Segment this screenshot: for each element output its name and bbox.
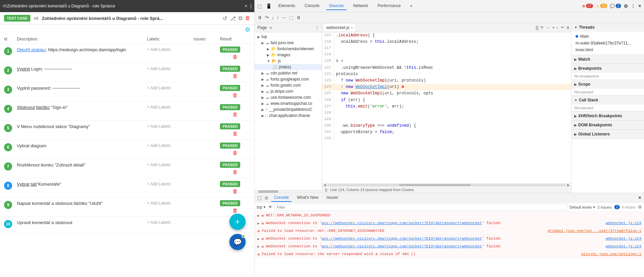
- console-menu-icon[interactable]: ⬚: [257, 195, 262, 201]
- step-icon[interactable]: →: [282, 15, 286, 20]
- page-label[interactable]: Page: [257, 25, 267, 30]
- thread-item-outer[interactable]: m-outer-93afeeb17bc37e711...: [574, 40, 641, 47]
- code-tab-websocket[interactable]: websocket.js ×: [324, 24, 356, 31]
- row-delete-button[interactable]: 🗑: [220, 188, 250, 194]
- add-labels-button[interactable]: + Add Labels: [147, 143, 191, 148]
- delete-button[interactable]: 🗑: [245, 15, 250, 21]
- tab-issues[interactable]: Issues: [324, 194, 341, 202]
- console-filter-input[interactable]: [275, 204, 568, 211]
- threads-header[interactable]: ▼ Threads: [571, 23, 644, 32]
- row-delete-button[interactable]: 🗑: [220, 92, 250, 98]
- tree-item-cloud-fast[interactable]: ▶ ☁ fast.juno.one: [255, 40, 322, 46]
- tree-item-images[interactable]: ▶ 📁 images: [255, 52, 322, 58]
- tree-item-chat-iframe[interactable]: ▶ □ chat-application-iframe: [255, 113, 322, 119]
- tab-more[interactable]: »: [408, 2, 415, 10]
- console-context-select[interactable]: top ▼: [257, 205, 266, 210]
- sources-menu-icon[interactable]: ⋮: [315, 25, 319, 30]
- source-link[interactable]: prodapi.juno.one/not...user/3?read=false…: [548, 229, 641, 233]
- add-labels-button[interactable]: + Add Labels: [147, 200, 191, 206]
- add-to-watch-icon[interactable]: +→: [552, 25, 559, 30]
- chat-fab[interactable]: 💬: [229, 234, 246, 250]
- tree-item-fontawesome[interactable]: ▶ ☁ use.fontawesome.com: [255, 94, 322, 100]
- add-step-fab[interactable]: +: [229, 214, 246, 230]
- sync-icon[interactable]: →: [545, 25, 550, 30]
- row-delete-button[interactable]: 🗑: [220, 73, 250, 79]
- global-header[interactable]: ▶ Global Listeners: [571, 130, 644, 138]
- tab-network[interactable]: Network: [351, 2, 371, 10]
- thread-item-inner[interactable]: inner.html: [574, 47, 641, 53]
- breakpoint-icon[interactable]: ⏸: [566, 26, 570, 30]
- code-hscrollbar[interactable]: ◀ ▶: [322, 183, 571, 186]
- row-delete-button[interactable]: 🗑: [220, 208, 250, 214]
- scope-header[interactable]: ▶ Scope: [571, 80, 644, 89]
- xhr-header[interactable]: ▶ XHR/fetch Breakpoints: [571, 112, 644, 120]
- share-button[interactable]: ⎇: [230, 15, 236, 22]
- issues-badge[interactable]: 2: [614, 205, 620, 209]
- tree-item-googleapis[interactable]: ▶ ☁ fonts.googleapis.com: [255, 76, 322, 82]
- expand-icon[interactable]: »: [270, 25, 272, 30]
- ws-link[interactable]: wss://websocket-visitors.smartsupp.com/s…: [321, 237, 482, 241]
- sources-scrollbar[interactable]: [255, 190, 322, 193]
- tab-elements[interactable]: Elements: [276, 2, 298, 10]
- callstack-header[interactable]: ▼ Call Stack: [571, 96, 644, 104]
- scroll-track[interactable]: [328, 184, 566, 186]
- close-console-button[interactable]: ×: [638, 195, 641, 201]
- tree-item-stripe-metrics[interactable]: ▶ □ __privateStripeMetricsC: [255, 106, 322, 113]
- ws-link[interactable]: wss://websocket-visitors.smartsupp.com/s…: [321, 221, 482, 225]
- row-delete-button[interactable]: 🗑: [220, 112, 250, 118]
- default-levels-button[interactable]: Default levels ▼: [569, 205, 595, 209]
- pause-icon[interactable]: ⏸: [257, 15, 262, 20]
- watch-header[interactable]: ▶ Watch: [571, 55, 644, 64]
- tree-item-cdn[interactable]: ▶ ☁ cdn.jsdelivr.net: [255, 70, 322, 76]
- source-link[interactable]: websocket.js:124: [606, 244, 641, 248]
- step-out-icon[interactable]: ↑: [277, 15, 279, 20]
- step-link[interactable]: Otevřít stránku: [17, 47, 46, 52]
- tree-item-index[interactable]: ⬜ (index): [255, 64, 322, 70]
- tree-item-smartsupp[interactable]: ▶ ☁ www.smartsuppchat.co: [255, 100, 322, 106]
- add-labels-button[interactable]: + Add Labels: [147, 104, 191, 110]
- tab-console-bottom[interactable]: Console: [271, 194, 291, 202]
- close-devtools-button[interactable]: ×: [638, 3, 641, 9]
- row-delete-button[interactable]: 🗑: [220, 131, 250, 137]
- copy-button[interactable]: ⧉: [239, 15, 242, 21]
- reload-button[interactable]: ↺: [223, 15, 227, 22]
- tree-item-top[interactable]: ▶ top: [255, 34, 322, 40]
- tab-whats-new[interactable]: What's New: [294, 194, 321, 202]
- step-over-icon[interactable]: ↷: [265, 15, 269, 20]
- eye-icon[interactable]: 👁: [268, 205, 273, 210]
- row-delete-button[interactable]: 🗑: [220, 54, 250, 60]
- source-link[interactable]: gitsync.juno.one/settings:1: [581, 252, 641, 256]
- devtools-device-icon[interactable]: 📱: [266, 3, 272, 9]
- minimize-tab-button[interactable]: |: [250, 3, 252, 9]
- pretty-print-status[interactable]: {}: [325, 188, 327, 192]
- format-icon[interactable]: ↻: [540, 25, 543, 30]
- tab-console[interactable]: Console: [302, 2, 322, 10]
- row-delete-button[interactable]: 🗑: [220, 150, 250, 156]
- source-link[interactable]: websocket.js:124: [606, 221, 641, 225]
- settings-icon[interactable]: ⚙: [624, 3, 628, 9]
- tab-sources[interactable]: Sources: [326, 2, 346, 10]
- add-labels-button[interactable]: + Add Labels: [147, 181, 191, 186]
- code-tab-close[interactable]: ×: [351, 26, 353, 30]
- devtools-cursor-icon[interactable]: ⬚: [257, 3, 262, 9]
- thread-item-main[interactable]: Main: [574, 33, 641, 40]
- dom-header[interactable]: ▶ DOM Breakpoints: [571, 121, 644, 129]
- step-into-icon[interactable]: ↓: [272, 15, 274, 20]
- tab-performance[interactable]: Performance: [375, 2, 403, 10]
- close-tab-button[interactable]: ×: [245, 3, 248, 9]
- more-icon[interactable]: ⋮: [631, 3, 636, 9]
- tree-item-js[interactable]: ▼ 📂 js: [255, 58, 322, 64]
- add-labels-button[interactable]: + Add Labels: [147, 162, 191, 167]
- console-settings-icon[interactable]: ⚙: [638, 205, 642, 210]
- tree-item-fonts[interactable]: ▶ 📁 fonts/vendor/elemen: [255, 46, 322, 52]
- add-labels-button[interactable]: + Add Labels: [147, 85, 191, 90]
- ws-link[interactable]: wss://websocket-visitors.smartsupp.com/s…: [321, 244, 482, 248]
- add-labels-button[interactable]: + Add Labels: [147, 47, 191, 52]
- edit-in-devtools-icon[interactable]: ✏: [561, 25, 564, 30]
- breakpoints-header[interactable]: ▶ Breakpoints: [571, 64, 644, 73]
- row-delete-button[interactable]: 🗑: [220, 169, 250, 175]
- deactivate-breakpoints-icon[interactable]: ⬚: [289, 15, 293, 20]
- source-link[interactable]: websocket.js:124: [606, 237, 641, 241]
- add-labels-button[interactable]: + Add Labels: [147, 219, 191, 225]
- add-labels-button[interactable]: + Add Labels: [147, 123, 191, 129]
